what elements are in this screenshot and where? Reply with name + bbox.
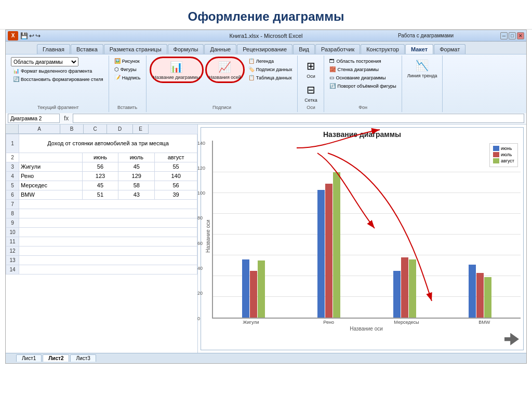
3d-rotation-button[interactable]: 🔃 Поворот объёмной фигуры (327, 82, 398, 90)
axis-title-label: Названия осей (209, 75, 241, 80)
cell-a5[interactable]: Мерседес (19, 181, 83, 190)
cell-c5[interactable]: 58 (118, 181, 155, 190)
grid-button[interactable]: ⊟ Сетка (301, 81, 321, 104)
legend-button[interactable]: 📋 Легенда (246, 57, 295, 65)
formula-input[interactable] (73, 114, 524, 123)
table-row: 13 (6, 255, 197, 265)
cell-d5[interactable]: 56 (155, 181, 197, 190)
tab-formulas[interactable]: Формулы (168, 44, 204, 54)
sheet-tab-2[interactable]: Лист2 (43, 354, 69, 362)
cell-d2[interactable]: август (155, 153, 197, 162)
analysis-items: 📉 Линия тренда (405, 57, 440, 110)
bar-group-zhiguli (218, 259, 289, 318)
x-label-reno: Рено (292, 319, 365, 325)
background-controls: 🗔 Область построения 🧱 Стенка диаграммы … (327, 57, 398, 90)
tab-insert[interactable]: Вставка (71, 44, 103, 54)
tab-layout[interactable]: Макет (405, 44, 433, 54)
grid-icon: ⊟ (303, 82, 318, 98)
cell-a4[interactable]: Рено (19, 171, 83, 181)
cell-a6[interactable]: BMW (19, 190, 83, 199)
data-labels-button[interactable]: 🏷️ Подписи данных (246, 65, 295, 73)
name-box[interactable] (8, 114, 60, 123)
format-label: Формат выделенного фрагмента (21, 68, 92, 74)
legend-icon: 📋 (248, 58, 255, 64)
chart-title-button[interactable]: 📊 Название диаграммы (150, 57, 204, 83)
tab-home[interactable]: Главная (37, 44, 70, 54)
group-insert: 🖼️ Рисунок ⬡ Фигуры 📝 Надпись Вставить (109, 56, 147, 112)
legend-item-jun: июнь (493, 146, 514, 151)
restore-style-button[interactable]: 🔄 Восстановить форматирование стиля (11, 75, 105, 83)
bar-bmw-aug (484, 277, 491, 318)
area-dropdown[interactable]: Область диаграммы (11, 57, 78, 66)
x-label-bmw: BMW (448, 319, 521, 325)
row-header-5: 5 (6, 181, 19, 190)
cell-b6[interactable]: 51 (82, 190, 118, 199)
tab-review[interactable]: Рецензирование (237, 44, 292, 54)
picture-button[interactable]: 🖼️ Рисунок (112, 57, 143, 65)
group-current-fragment: Область диаграммы 📊 Формат выделенного ф… (8, 56, 109, 112)
axis-title-button[interactable]: 📈 Названия осей (205, 57, 245, 83)
cell-b2[interactable]: июнь (82, 153, 118, 162)
tab-page-layout[interactable]: Разметка страницы (104, 44, 167, 54)
chart-container[interactable]: Название диаграммы Название оси 140 120 … (201, 127, 524, 350)
cell-a3[interactable]: Жигули (19, 162, 83, 171)
cell-c6[interactable]: 43 (118, 190, 155, 199)
chart-area: Название диаграммы Название оси 140 120 … (198, 125, 526, 353)
cell-b5[interactable]: 45 (82, 181, 118, 190)
chart-wall-button[interactable]: 🧱 Стенка диаграммы (327, 65, 398, 73)
cell-b3[interactable]: 56 (82, 162, 118, 171)
cell-c2[interactable]: июль (118, 153, 155, 162)
nav-arrow-right[interactable] (504, 333, 519, 346)
axes-button[interactable]: ⊞ Оси (301, 57, 321, 80)
cell-d3[interactable]: 55 (155, 162, 197, 171)
table-row: 5 Мерседес 45 58 56 (6, 181, 197, 190)
tab-format[interactable]: Формат (434, 44, 466, 54)
sheet-tab-3[interactable]: Лист3 (70, 354, 96, 362)
tab-developer[interactable]: Разработчик (315, 44, 360, 54)
minimize-button[interactable]: ─ (500, 32, 508, 39)
format-fragment-button[interactable]: 📊 Формат выделенного фрагмента (11, 67, 105, 75)
row-header-4: 4 (6, 171, 19, 181)
tab-data[interactable]: Данные (204, 44, 236, 54)
restore-icon: 🔄 (13, 76, 19, 82)
table-row: 10 (6, 227, 197, 237)
group-label-current: Текущий фрагмент (37, 105, 78, 111)
main-area: A B C D E 1 Доход от стоянки автомобилей… (6, 125, 526, 353)
bar-mercedes-jun (393, 271, 401, 318)
insert-controls: 🖼️ Рисунок ⬡ Фигуры 📝 Надпись (112, 57, 143, 82)
cell-c3[interactable]: 45 (118, 162, 155, 171)
maximize-button[interactable]: □ (509, 32, 516, 39)
cell-a2[interactable] (19, 153, 83, 162)
table-row: 9 (6, 218, 197, 227)
data-table-icon: 📋 (248, 75, 255, 80)
table-row: 12 (6, 246, 197, 255)
title-cell[interactable]: Доход от стоянки автомобилей за три меся… (19, 134, 197, 153)
tab-view[interactable]: Вид (293, 44, 315, 54)
col-header-a: A (19, 125, 60, 134)
group-background: 🗔 Область построения 🧱 Стенка диаграммы … (324, 56, 402, 112)
cell-d6[interactable]: 39 (155, 190, 197, 199)
group-labels: 📊 Название диаграммы 📈 Названия осей 📋 Л… (147, 56, 298, 112)
bar-zhiguli-aug (258, 260, 265, 318)
data-table-button[interactable]: 📋 Таблица данных (246, 74, 295, 81)
cell-b4[interactable]: 123 (82, 171, 118, 181)
plot-area-button[interactable]: 🗔 Область построения (327, 57, 398, 65)
cell-d4[interactable]: 140 (155, 171, 197, 181)
legend-label-jul: июль (501, 152, 512, 157)
sheet-tab-1[interactable]: Лист1 (16, 354, 42, 362)
chart-body: Название оси 140 120 100 80 60 40 20 0 (204, 141, 521, 332)
legend-item-aug: август (493, 158, 514, 163)
labels-items: 📊 Название диаграммы 📈 Названия осей 📋 Л… (150, 57, 295, 105)
table-row: 6 BMW 51 43 39 (6, 190, 197, 199)
group-analysis: 📉 Линия тренда (402, 56, 443, 112)
close-button[interactable]: ✕ (517, 32, 524, 39)
trendline-button[interactable]: 📉 Линия тренда (405, 57, 440, 80)
shapes-button[interactable]: ⬡ Фигуры (112, 65, 143, 73)
row-header-2: 2 (6, 153, 19, 162)
table-row: 11 (6, 237, 197, 246)
textbox-button[interactable]: 📝 Надпись (112, 74, 143, 81)
chart-floor-button[interactable]: ▭ Основание диаграммы (327, 74, 398, 81)
tab-constructor[interactable]: Конструктор (361, 44, 405, 54)
chart-title[interactable]: Название диаграммы (204, 130, 521, 139)
cell-c4[interactable]: 129 (118, 171, 155, 181)
